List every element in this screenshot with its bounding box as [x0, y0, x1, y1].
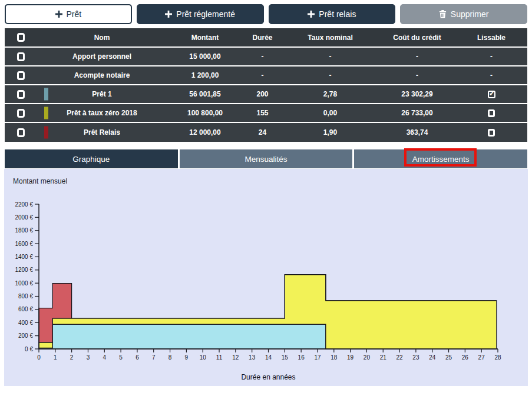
select-all-checkbox[interactable] [17, 33, 25, 42]
table-row[interactable]: Prêt à taux zéro 2018 100 800,00 155 0,0… [5, 104, 527, 123]
delete-button[interactable]: Supprimer [400, 4, 527, 24]
row-checkbox[interactable] [17, 71, 25, 80]
loan-color-bar [44, 107, 48, 119]
row-checkbox[interactable] [17, 109, 25, 118]
svg-text:10: 10 [200, 354, 207, 361]
lissable-cell[interactable] [455, 104, 527, 122]
svg-text:9: 9 [185, 354, 189, 361]
row-checkbox[interactable] [17, 128, 25, 137]
svg-text:1000 €: 1000 € [15, 280, 33, 287]
svg-text:21: 21 [380, 354, 387, 361]
loan-cout: 23 302,29 [379, 85, 455, 103]
tab-amortissements[interactable]: Amortissements [354, 149, 527, 168]
column-header-cout-credit: Coût du crédit [379, 28, 455, 46]
button-label: Prêt réglementé [176, 9, 235, 19]
svg-text:1400 €: 1400 € [15, 254, 33, 260]
plus-icon [165, 11, 172, 18]
svg-text:19: 19 [347, 354, 354, 361]
lissable-cell[interactable]: - [455, 48, 527, 65]
loan-duree: - [243, 66, 282, 84]
svg-text:13: 13 [249, 354, 256, 361]
svg-text:0 €: 0 € [25, 346, 33, 352]
svg-text:200 €: 200 € [18, 332, 33, 339]
button-label: Supprimer [451, 9, 489, 19]
loan-montant: 15 000,00 [167, 48, 243, 65]
lissable-cell[interactable]: - [455, 66, 527, 84]
svg-text:18: 18 [331, 354, 338, 361]
row-checkbox[interactable] [17, 52, 25, 61]
loan-taux: 2,78 [282, 85, 379, 103]
svg-text:22: 22 [396, 354, 404, 361]
svg-text:28: 28 [494, 354, 501, 361]
column-header-montant: Montant [167, 28, 243, 46]
loan-cout: - [379, 66, 455, 84]
tab-graphique[interactable]: Graphique [5, 149, 178, 168]
button-label: Prêt [67, 9, 82, 19]
lissable-checkbox-unchecked[interactable] [488, 109, 495, 117]
loan-taux: - [282, 66, 379, 84]
chart-panel: Montant mensuel 0 €200 €400 €600 €800 €1… [4, 169, 528, 386]
table-row[interactable]: Apport personnel 15 000,00 - - - - [5, 48, 527, 66]
lissable-checkbox-checked[interactable] [488, 91, 495, 98]
svg-text:7: 7 [152, 354, 156, 361]
svg-text:6: 6 [136, 354, 139, 361]
table-row[interactable]: Acompte notaire 1 200,00 - - - - [5, 66, 527, 85]
loan-cout: - [379, 48, 455, 65]
trash-icon [439, 10, 447, 18]
svg-text:25: 25 [445, 354, 452, 361]
svg-text:14: 14 [265, 354, 272, 361]
add-pret-relais-button[interactable]: Prêt relais [269, 4, 396, 24]
table-row[interactable]: Prêt Relais 12 000,00 24 1,90 363,74 [5, 123, 527, 142]
loan-duree: 200 [243, 85, 282, 103]
svg-text:800 €: 800 € [18, 293, 33, 300]
loan-taux: - [282, 48, 379, 65]
svg-text:1: 1 [54, 354, 57, 361]
lissable-checkbox-unchecked[interactable] [488, 129, 495, 137]
svg-text:15: 15 [282, 354, 289, 361]
svg-text:600 €: 600 € [18, 306, 33, 312]
column-header-duree: Durée [243, 28, 282, 46]
svg-text:23: 23 [412, 354, 419, 361]
loan-duree: 155 [243, 104, 282, 122]
plus-icon [55, 11, 62, 18]
column-header-lissable: Lissable [455, 28, 527, 46]
loan-color-bar [44, 127, 48, 139]
svg-text:4: 4 [103, 354, 107, 361]
svg-text:11: 11 [216, 354, 223, 361]
loan-name: Prêt Relais [84, 128, 120, 137]
toolbar: Prêt Prêt réglementé Prêt relais Supprim… [0, 0, 532, 24]
svg-text:17: 17 [314, 354, 321, 361]
table-row[interactable]: Prêt 1 56 001,85 200 2,78 23 302,29 [5, 85, 527, 104]
loan-montant: 100 800,00 [167, 104, 243, 122]
row-checkbox[interactable] [17, 90, 25, 99]
svg-text:3: 3 [87, 354, 90, 361]
plus-icon [308, 11, 315, 18]
tab-mensualites[interactable]: Mensualités [180, 149, 353, 168]
svg-text:20: 20 [364, 354, 371, 361]
loan-montant: 56 001,85 [167, 85, 243, 103]
loan-taux: 1,90 [282, 123, 379, 142]
svg-text:1200 €: 1200 € [15, 267, 33, 273]
table-header-row: Nom Montant Durée Taux nominal Coût du c… [5, 28, 527, 48]
loan-cout: 26 733,00 [379, 104, 455, 122]
svg-text:1600 €: 1600 € [15, 241, 33, 247]
loan-montant: 1 200,00 [167, 66, 243, 84]
svg-text:27: 27 [478, 354, 485, 361]
svg-text:Durée en années: Durée en années [241, 373, 295, 381]
loan-table: Nom Montant Durée Taux nominal Coût du c… [5, 28, 527, 142]
lissable-cell[interactable] [455, 123, 527, 142]
loan-name: Prêt à taux zéro 2018 [67, 109, 137, 117]
add-pret-button[interactable]: Prêt [5, 4, 132, 24]
tab-bar: Graphique Mensualités Amortissements [5, 149, 527, 168]
svg-text:2: 2 [70, 354, 74, 361]
loan-taux: 0,00 [282, 104, 379, 122]
svg-text:16: 16 [298, 354, 305, 361]
loan-name: Prêt 1 [92, 90, 111, 98]
lissable-cell[interactable] [455, 85, 527, 103]
add-pret-reglemente-button[interactable]: Prêt réglementé [137, 4, 264, 24]
loan-montant: 12 000,00 [167, 123, 243, 142]
svg-text:8: 8 [168, 354, 172, 361]
loan-duree: - [243, 48, 282, 65]
svg-text:5: 5 [119, 354, 123, 361]
svg-text:12: 12 [232, 354, 239, 361]
